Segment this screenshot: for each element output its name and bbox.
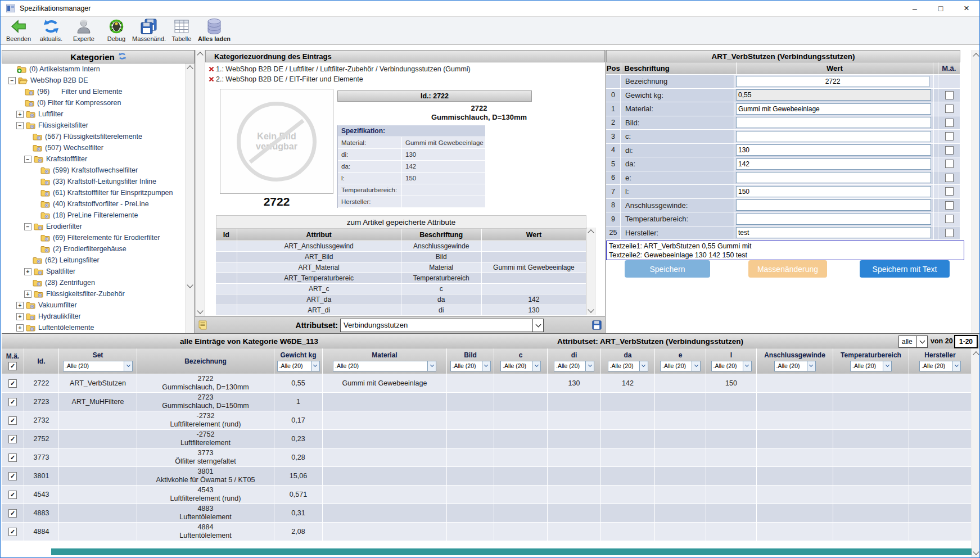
mass-change-checkbox[interactable] [945, 201, 954, 210]
row-checkbox[interactable] [8, 528, 17, 536]
entries-row[interactable]: 2732-2732Luftfilterelement (rund)0,17 [2, 411, 972, 430]
tree-item[interactable]: −WebShop B2B DE [2, 75, 186, 86]
column-filter-select[interactable]: .Alle (20) [774, 361, 816, 371]
scroll-up-icon[interactable] [186, 63, 194, 72]
toolbar-button-aktualis[interactable]: aktualis. [35, 18, 67, 44]
tree-item[interactable]: (28) Zentrifugen [2, 277, 186, 288]
row-checkbox[interactable] [8, 379, 17, 388]
attr-row[interactable]: ART_didi130 [216, 305, 586, 316]
column-filter-select[interactable]: .Alle (20) [919, 361, 961, 371]
row-checkbox[interactable] [8, 453, 17, 462]
editor-value-input[interactable] [736, 214, 931, 225]
editor-value-input[interactable] [736, 131, 931, 142]
mass-change-checkbox[interactable] [945, 215, 954, 223]
editor-value-input[interactable] [736, 117, 931, 128]
page-range-button[interactable]: 1-20 [954, 335, 978, 348]
entries-row[interactable]: 2722ART_VerbStutzen2722Gummischlauch, D=… [2, 374, 972, 393]
tree-item[interactable]: (96) Filter und Elemente [2, 86, 186, 97]
editor-value-input[interactable] [736, 172, 931, 183]
select-all-checkbox[interactable] [8, 362, 17, 370]
massen-nderung-button[interactable]: Massenänderung [748, 260, 827, 278]
collapse-icon[interactable]: − [16, 122, 24, 129]
toolbar-button-experte[interactable]: Experte [68, 18, 100, 44]
editor-value-input[interactable] [736, 199, 931, 211]
expand-icon[interactable]: + [24, 268, 31, 275]
entries-scrollbar[interactable] [972, 348, 980, 558]
row-checkbox[interactable] [8, 416, 17, 425]
tree-item[interactable]: +Luftfilter [2, 108, 186, 120]
row-checkbox[interactable] [8, 435, 17, 443]
maximize-icon[interactable]: □ [928, 1, 954, 16]
collapse-icon[interactable]: − [24, 223, 31, 230]
speichern-button[interactable]: Speichern [625, 260, 710, 278]
column-filter-select[interactable]: .Alle (20) [660, 361, 701, 371]
speichern-mit-text-button[interactable]: Speichern mit Text [860, 260, 950, 278]
mass-change-checkbox[interactable] [945, 91, 954, 99]
tree-item[interactable]: −Flüssigkeitsfilter [2, 120, 186, 131]
column-filter-select[interactable]: .Alle (20) [63, 361, 133, 371]
expand-icon[interactable]: + [16, 313, 24, 320]
tree-item[interactable]: +Hydraulikfilter [2, 311, 186, 322]
toolbar-button-tabelle[interactable]: Tabelle [166, 18, 197, 44]
tree-item[interactable]: +Flüssigkeitsfilter-Zubehör [2, 288, 186, 300]
scroll-down-icon[interactable] [972, 548, 980, 557]
scroll-down-icon[interactable] [587, 306, 595, 315]
attr-row[interactable]: ART_BildBild [216, 252, 586, 262]
scroll-up-icon[interactable] [972, 350, 980, 358]
mass-change-checkbox[interactable] [945, 174, 954, 182]
entries-row[interactable]: 37733773Ölfilter sterngefaltet0,28 [2, 448, 972, 467]
entries-row[interactable]: 2752-2752Luftfilterelement0,23 [2, 430, 972, 448]
tree-scrollbar[interactable] [186, 63, 195, 333]
scroll-down-icon[interactable] [196, 307, 205, 316]
row-checkbox[interactable] [8, 472, 17, 480]
selected-row-partial[interactable] [51, 548, 973, 555]
collapse-icon[interactable]: − [24, 156, 31, 163]
row-checkbox[interactable] [8, 398, 17, 406]
tree-item[interactable]: +Vakuumfilter [2, 300, 186, 311]
tree-item[interactable]: (2) Erodierfiltergehäuse [2, 243, 186, 255]
editor-value-input[interactable]: 150 [736, 186, 931, 197]
column-filter-select[interactable]: .Alle (20) [450, 361, 491, 371]
mass-change-checkbox[interactable] [945, 119, 954, 127]
minimize-icon[interactable]: – [902, 1, 928, 16]
attr-row[interactable]: ART_TemperaturbereicTemperaturbereich [216, 273, 586, 284]
tree-item[interactable]: (62) Leitungsfilter [2, 255, 186, 266]
toolbar-button-beenden[interactable]: Beenden [3, 18, 34, 44]
editor-value-input[interactable]: test [736, 227, 931, 238]
tree-item[interactable]: (567) Flüssigkeitsfilterelemente [2, 131, 186, 142]
editor-value-input[interactable]: Gummi mit Gewebeeinlage [736, 103, 931, 115]
tree-item[interactable]: (18) PreLine Filterelemente [2, 210, 186, 221]
mass-change-checkbox[interactable] [945, 187, 954, 196]
mass-change-checkbox[interactable] [945, 132, 954, 140]
editor-value-input[interactable]: 0,55 [736, 89, 931, 101]
tree-item[interactable]: (40) Kraftstoffvorfilter - PreLine [2, 198, 186, 210]
tree-item[interactable]: (599) Kraftstoffwechselfilter [2, 165, 186, 176]
scroll-up-icon[interactable] [972, 51, 980, 60]
tree-item[interactable]: (0) Artikelstamm Intern [2, 63, 186, 75]
attr-row[interactable]: ART_cc [216, 284, 586, 294]
tree-item[interactable]: (0) Filter für Kompressoren [2, 97, 186, 108]
editor-value-input[interactable]: 2722 [736, 76, 929, 87]
scroll-up-icon[interactable] [196, 50, 205, 58]
tree-item[interactable]: +Luftentölelemente [2, 322, 186, 333]
tree-item[interactable]: (61) Kraftstofffilter für Einspritzpumpe… [2, 187, 186, 198]
tree-item[interactable]: −Kraftstofffilter [2, 153, 186, 165]
expand-icon[interactable]: + [16, 111, 24, 118]
assignment-scrollbar[interactable] [195, 50, 205, 316]
editor-value-input[interactable]: 142 [736, 158, 931, 170]
entries-row[interactable]: 38013801Aktivkohle für Öwamat 5 / KT0515… [2, 467, 972, 486]
attr-row[interactable]: ART_AnschlussgewindAnschlussgewinde [216, 241, 586, 252]
delete-x-icon[interactable] [209, 76, 214, 82]
page-size-select[interactable]: alle [898, 335, 928, 348]
save-attributset-icon[interactable] [592, 320, 602, 330]
attributes-scrollbar[interactable] [586, 228, 595, 315]
expand-icon[interactable]: + [24, 291, 31, 298]
attr-row[interactable]: ART_MaterialMaterialGummi mit Gewebeeinl… [216, 262, 586, 273]
scroll-up-icon[interactable] [587, 228, 595, 236]
column-filter-select[interactable]: .Alle (20) [277, 361, 320, 371]
refresh-categories-icon[interactable] [118, 52, 126, 62]
entries-row[interactable]: 48844884Luftentölelement2,08 [2, 523, 972, 541]
column-filter-select[interactable]: .Alle (20) [500, 361, 541, 371]
expand-icon[interactable]: + [16, 324, 24, 332]
toolbar-button-allesladen[interactable]: Alles laden [198, 18, 230, 44]
